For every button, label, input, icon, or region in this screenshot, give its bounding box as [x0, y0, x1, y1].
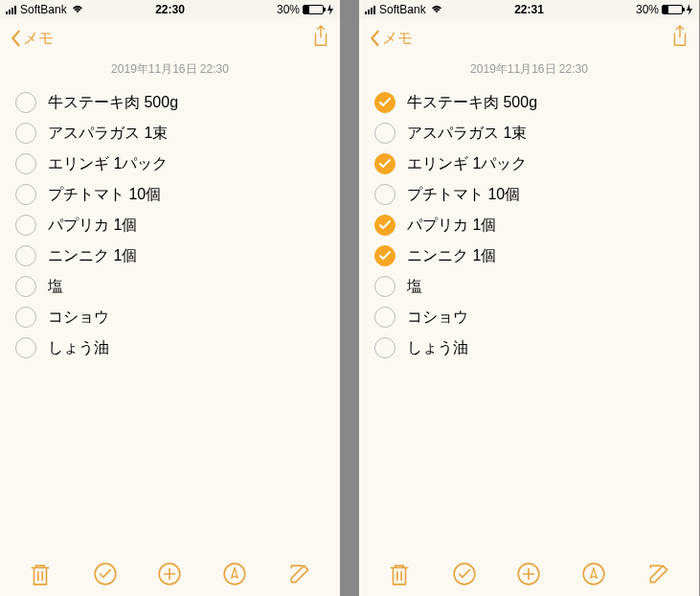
compose-icon [287, 562, 312, 586]
checklist-item[interactable]: ニンニク 1個 [15, 241, 325, 271]
item-text: しょう油 [48, 338, 109, 358]
signal-icon [365, 5, 375, 14]
checkbox[interactable] [374, 337, 395, 358]
checkbox[interactable] [15, 215, 36, 236]
checklist-item[interactable]: エリンギ 1パック [15, 149, 325, 179]
delete-button[interactable] [387, 562, 412, 586]
item-text: コショウ [48, 308, 109, 328]
checklist-item[interactable]: しょう油 [374, 332, 684, 363]
checklist-item[interactable]: プチトマト 10個 [15, 179, 325, 210]
checkbox[interactable] [374, 245, 395, 266]
check-circle-icon [93, 562, 118, 586]
wifi-icon [71, 5, 84, 14]
checklist-item[interactable]: 塩 [374, 271, 684, 302]
note-timestamp: 2019年11月16日 22:30 [0, 57, 340, 87]
checkmark-icon [379, 98, 391, 107]
item-text: アスパラガス 1束 [407, 124, 527, 144]
trash-icon [387, 562, 412, 586]
item-text: 牛ステーキ肉 500g [407, 93, 537, 113]
item-text: コショウ [407, 308, 468, 328]
bottom-toolbar [0, 552, 340, 596]
svg-point-5 [583, 563, 604, 585]
item-text: プチトマト 10個 [48, 185, 161, 205]
checklist-item[interactable]: 塩 [15, 271, 325, 302]
signal-icon [6, 5, 16, 14]
share-button[interactable] [311, 25, 330, 52]
draw-button[interactable] [222, 562, 247, 586]
checklist-button[interactable] [452, 562, 477, 586]
draw-button[interactable] [581, 562, 606, 586]
checkbox[interactable] [15, 276, 36, 297]
checkbox[interactable] [15, 307, 36, 328]
checklist-item[interactable]: エリンギ 1パック [374, 149, 684, 179]
checkbox[interactable] [15, 337, 36, 358]
nav-bar: メモ [0, 19, 340, 57]
item-text: 塩 [407, 277, 422, 297]
note-timestamp: 2019年11月16日 22:30 [359, 57, 699, 87]
checkmark-icon [379, 159, 391, 169]
checkbox[interactable] [374, 123, 395, 144]
back-button[interactable]: メモ [10, 29, 54, 49]
checkbox[interactable] [374, 92, 395, 113]
checkbox[interactable] [15, 92, 36, 113]
checkbox[interactable] [15, 184, 36, 205]
checklist-item[interactable]: プチトマト 10個 [374, 179, 684, 210]
check-circle-icon [452, 562, 477, 586]
checklist-item[interactable]: コショウ [374, 302, 684, 332]
chevron-left-icon [369, 30, 380, 47]
compose-button[interactable] [287, 562, 312, 586]
checkbox[interactable] [374, 153, 395, 174]
item-text: エリンギ 1パック [48, 154, 168, 174]
carrier-label: SoftBank [20, 3, 67, 16]
item-text: パプリカ 1個 [48, 216, 137, 236]
checklist-item[interactable]: パプリカ 1個 [15, 210, 325, 241]
checklist-button[interactable] [93, 562, 118, 586]
checkbox[interactable] [374, 184, 395, 205]
chevron-left-icon [10, 30, 21, 47]
add-button[interactable] [157, 562, 182, 586]
status-bar: SoftBank 22:31 30% [359, 0, 699, 19]
checklist-item[interactable]: コショウ [15, 302, 325, 332]
svg-point-2 [224, 563, 245, 585]
battery-icon [303, 5, 324, 14]
checkbox[interactable] [374, 307, 395, 328]
charging-icon [686, 4, 693, 15]
checklist-item[interactable]: ニンニク 1個 [374, 241, 684, 271]
pen-circle-icon [222, 562, 247, 586]
checkbox[interactable] [15, 245, 36, 266]
compose-button[interactable] [646, 562, 671, 586]
checkbox[interactable] [15, 123, 36, 144]
checkmark-icon [379, 251, 391, 261]
checklist-item[interactable]: パプリカ 1個 [374, 210, 684, 241]
checkmark-icon [379, 220, 391, 230]
checklist[interactable]: 牛ステーキ肉 500g アスパラガス 1束 エリンギ 1パック プチトマト 10… [0, 87, 340, 552]
phone-screen-left: SoftBank 22:30 30% メモ 2019年11月16日 22:30 … [0, 0, 340, 596]
checklist[interactable]: 牛ステーキ肉 500g アスパラガス 1束 エリンギ 1パック プチトマト 10… [359, 87, 699, 552]
checkbox[interactable] [374, 215, 395, 236]
item-text: プチトマト 10個 [407, 185, 520, 205]
nav-bar: メモ [359, 19, 699, 57]
plus-circle-icon [516, 562, 541, 586]
checkbox[interactable] [374, 276, 395, 297]
add-button[interactable] [516, 562, 541, 586]
clock: 22:31 [514, 3, 544, 16]
wifi-icon [430, 5, 443, 14]
battery-pct: 30% [636, 3, 659, 16]
checkbox[interactable] [15, 153, 36, 174]
checklist-item[interactable]: 牛ステーキ肉 500g [374, 87, 684, 118]
battery-pct: 30% [277, 3, 300, 16]
item-text: 塩 [48, 277, 63, 297]
checklist-item[interactable]: アスパラガス 1束 [374, 118, 684, 149]
checklist-item[interactable]: しょう油 [15, 332, 325, 363]
status-bar: SoftBank 22:30 30% [0, 0, 340, 19]
pen-circle-icon [581, 562, 606, 586]
share-button[interactable] [670, 25, 689, 52]
item-text: しょう油 [407, 338, 468, 358]
battery-icon [662, 5, 683, 14]
checklist-item[interactable]: アスパラガス 1束 [15, 118, 325, 149]
back-button[interactable]: メモ [369, 29, 413, 49]
charging-icon [327, 4, 334, 15]
plus-circle-icon [157, 562, 182, 586]
delete-button[interactable] [28, 562, 53, 586]
checklist-item[interactable]: 牛ステーキ肉 500g [15, 87, 325, 118]
